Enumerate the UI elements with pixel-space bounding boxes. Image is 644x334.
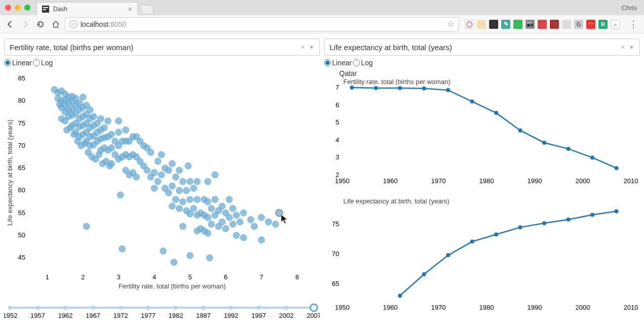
chevron-down-icon[interactable]: ▼ bbox=[309, 44, 314, 50]
svg-point-150 bbox=[180, 178, 186, 185]
radio-log[interactable]: Log bbox=[353, 59, 373, 67]
bookmark-star-icon[interactable]: ☆ bbox=[447, 19, 454, 29]
dropdown-clear-icon[interactable]: × bbox=[621, 43, 625, 51]
timeseries-chart-2[interactable]: Life expectancy at birth, total (years)6… bbox=[324, 195, 640, 322]
left-panel: Fertility rate, total (births per woman)… bbox=[4, 38, 320, 322]
extension-icon[interactable] bbox=[477, 20, 486, 29]
svg-point-277 bbox=[518, 225, 522, 229]
radio-linear-input[interactable] bbox=[324, 59, 331, 66]
extension-icon[interactable] bbox=[562, 20, 571, 29]
svg-point-139 bbox=[165, 167, 172, 174]
radio-log[interactable]: Log bbox=[33, 59, 53, 67]
svg-point-202 bbox=[83, 223, 90, 230]
svg-point-217 bbox=[118, 306, 123, 310]
site-info-icon[interactable]: i bbox=[69, 20, 77, 28]
svg-point-75 bbox=[90, 113, 97, 120]
scatter-chart[interactable]: 45505560657075808512345678Fertility rate… bbox=[4, 69, 320, 302]
window-close-button[interactable] bbox=[5, 5, 11, 11]
radio-log-input[interactable] bbox=[353, 59, 360, 66]
svg-text:6: 6 bbox=[224, 273, 227, 281]
svg-point-275 bbox=[470, 239, 474, 243]
extension-icon[interactable]: » bbox=[611, 20, 620, 29]
svg-point-102 bbox=[115, 118, 122, 124]
browser-tab[interactable]: Dash × bbox=[36, 2, 138, 15]
radio-label: Log bbox=[41, 59, 53, 67]
browser-menu-button[interactable]: ⋮ bbox=[626, 19, 640, 30]
svg-text:1950: 1950 bbox=[335, 177, 350, 185]
svg-text:2000: 2000 bbox=[576, 177, 590, 185]
radio-linear[interactable]: Linear bbox=[324, 59, 352, 67]
home-button[interactable] bbox=[50, 18, 62, 30]
svg-text:65: 65 bbox=[332, 280, 339, 287]
svg-point-159 bbox=[187, 252, 193, 259]
window-minimize-button[interactable] bbox=[15, 5, 21, 11]
svg-text:65: 65 bbox=[18, 164, 25, 172]
url-text: localhost:8050 bbox=[80, 20, 444, 28]
svg-point-257 bbox=[542, 141, 546, 145]
svg-point-203 bbox=[119, 245, 126, 252]
extension-icon[interactable]: ✎ bbox=[501, 20, 510, 29]
forward-button[interactable] bbox=[19, 18, 31, 30]
svg-point-136 bbox=[160, 248, 167, 255]
dropdown-value: Fertility rate, total (births per woman) bbox=[10, 43, 301, 52]
svg-rect-2 bbox=[43, 9, 46, 10]
year-slider[interactable]: 1952195719621967197219771982198719921997… bbox=[4, 302, 320, 322]
radio-log-input[interactable] bbox=[33, 59, 40, 66]
chevron-down-icon[interactable]: ▼ bbox=[629, 44, 634, 50]
extension-icon[interactable]: 📷 bbox=[526, 20, 535, 29]
svg-point-249 bbox=[350, 86, 354, 90]
svg-point-84 bbox=[98, 115, 104, 122]
svg-text:3: 3 bbox=[117, 273, 120, 281]
svg-point-223 bbox=[202, 306, 206, 310]
tab-close-button[interactable]: × bbox=[128, 5, 132, 13]
extension-icon[interactable] bbox=[550, 20, 559, 29]
svg-point-189 bbox=[229, 221, 236, 227]
svg-rect-1 bbox=[43, 7, 48, 8]
svg-text:55: 55 bbox=[18, 209, 25, 217]
extension-icon[interactable] bbox=[513, 20, 522, 29]
extension-icon[interactable]: R bbox=[598, 20, 608, 29]
svg-point-254 bbox=[470, 100, 474, 104]
svg-point-200 bbox=[272, 221, 279, 227]
svg-text:1960: 1960 bbox=[383, 177, 398, 185]
svg-text:Qatar: Qatar bbox=[339, 69, 357, 77]
svg-point-109 bbox=[123, 127, 129, 133]
radio-linear-input[interactable] bbox=[4, 59, 11, 66]
timeseries-chart-1[interactable]: QatarFertility rate, total (births per w… bbox=[324, 69, 640, 195]
svg-point-252 bbox=[422, 87, 426, 91]
tab-title: Dash bbox=[53, 6, 124, 13]
svg-text:45: 45 bbox=[18, 254, 25, 261]
right-panel: Life expectancy at birth, total (years) … bbox=[324, 38, 640, 322]
new-tab-button[interactable] bbox=[139, 5, 155, 14]
svg-point-161 bbox=[190, 205, 197, 212]
extension-icon[interactable]: G bbox=[574, 20, 583, 29]
svg-text:1992: 1992 bbox=[224, 312, 238, 319]
window-titlebar: Dash × Chris bbox=[0, 0, 644, 15]
x-axis-dropdown[interactable]: Fertility rate, total (births per woman)… bbox=[4, 38, 320, 56]
radio-label: Log bbox=[361, 59, 373, 67]
window-maximize-button[interactable] bbox=[24, 5, 30, 11]
profile-label[interactable]: Chris bbox=[622, 4, 637, 12]
svg-point-177 bbox=[208, 221, 215, 227]
y-axis-dropdown[interactable]: Life expectancy at birth, total (years) … bbox=[324, 38, 640, 56]
svg-point-193 bbox=[240, 210, 247, 216]
svg-point-227 bbox=[257, 306, 261, 310]
svg-point-256 bbox=[518, 129, 522, 133]
extension-icon[interactable]: ⋯ bbox=[586, 20, 595, 29]
svg-point-103 bbox=[115, 129, 122, 136]
svg-point-145 bbox=[173, 174, 179, 180]
extension-icon[interactable]: ◯ bbox=[465, 20, 474, 29]
back-button[interactable] bbox=[4, 18, 16, 30]
extension-icon[interactable] bbox=[538, 20, 547, 29]
svg-point-153 bbox=[183, 187, 190, 194]
svg-point-160 bbox=[190, 185, 197, 192]
address-bar[interactable]: i localhost:8050 ☆ bbox=[65, 17, 459, 31]
svg-point-151 bbox=[180, 198, 186, 205]
svg-point-69 bbox=[87, 106, 93, 113]
svg-point-229 bbox=[284, 306, 288, 310]
extension-icon[interactable] bbox=[489, 20, 498, 29]
svg-point-213 bbox=[63, 306, 67, 310]
dropdown-clear-icon[interactable]: × bbox=[301, 43, 305, 51]
radio-linear[interactable]: Linear bbox=[4, 59, 32, 67]
reload-button[interactable] bbox=[34, 18, 47, 30]
